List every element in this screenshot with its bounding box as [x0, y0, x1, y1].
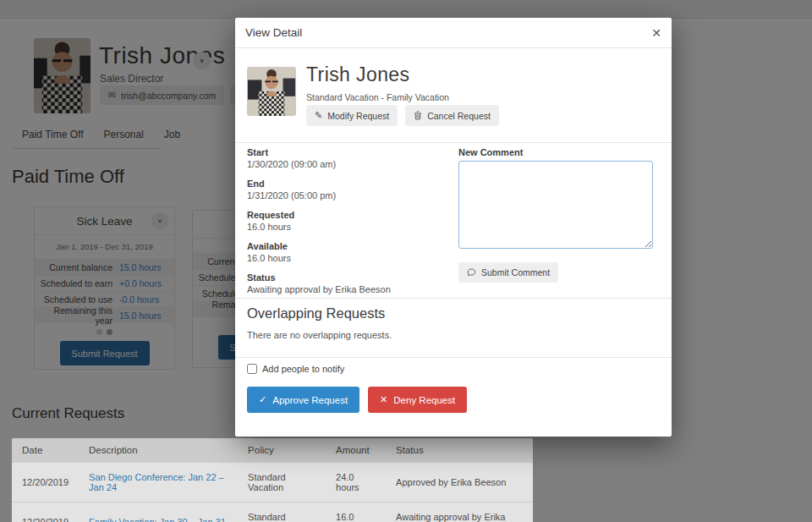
table-row: 12/20/2019 Family Vacation: Jan 30 – Jan…: [12, 503, 533, 522]
col-amount: Amount: [326, 438, 386, 463]
new-comment-label: New Comment: [458, 147, 660, 157]
detail-label: Start: [247, 147, 450, 157]
detail-label: Available: [247, 241, 450, 251]
request-details: Start1/30/2020 (09:00 am) End1/31/2020 (…: [247, 147, 450, 304]
cancel-request-button[interactable]: Cancel Request: [405, 105, 499, 126]
overlapping-requests-title: Overlapping Requests: [247, 305, 385, 321]
add-people-to-notify-label: Add people to notify: [262, 364, 344, 374]
modal-person-subtitle: Standard Vacation - Family Vacation: [306, 92, 449, 102]
detail-label: Status: [247, 272, 450, 283]
cell-date: 12/20/2019: [12, 503, 79, 522]
trash-icon: [414, 111, 422, 120]
table-header-row: Date Description Policy Amount Status: [12, 438, 533, 463]
cell-date: 12/20/2019: [12, 463, 79, 503]
comment-bubble-icon: [467, 268, 476, 277]
col-date: Date: [12, 438, 79, 463]
request-link[interactable]: Family Vacation: Jan 30 – Jan 31: [79, 503, 238, 522]
deny-request-label: Deny Request: [393, 395, 455, 405]
deny-request-button[interactable]: ✕ Deny Request: [368, 387, 467, 413]
add-people-to-notify-checkbox[interactable]: [247, 364, 257, 374]
cell-amount: 24.0 hours: [326, 463, 386, 503]
new-comment-textarea[interactable]: [458, 161, 653, 249]
divider: [235, 142, 672, 143]
modify-request-button[interactable]: ✎ Modify Request: [306, 105, 398, 126]
divider: [235, 357, 672, 358]
detail-label: End: [247, 179, 450, 189]
cell-amount: 16.0 hours: [326, 503, 386, 522]
col-policy: Policy: [238, 438, 326, 463]
overlapping-requests-empty: There are no overlapping requests.: [247, 330, 392, 340]
view-detail-modal: View Detail ✕ Trish Jones Standard Vacat…: [235, 18, 672, 437]
modify-request-label: Modify Request: [327, 111, 389, 121]
detail-value: 1/31/2020 (05:00 pm): [247, 190, 450, 201]
add-people-to-notify-row: Add people to notify: [247, 364, 344, 374]
check-icon: ✓: [259, 394, 266, 405]
submit-comment-label: Submit Comment: [481, 267, 550, 277]
cell-status: Approved by Erika Beeson: [386, 463, 533, 503]
detail-value: 16.0 hours: [247, 222, 450, 232]
approve-request-label: Approve Request: [272, 395, 348, 405]
pencil-icon: ✎: [315, 110, 322, 121]
modal-title: View Detail: [245, 26, 302, 39]
cell-policy: Standard Vacation: [238, 463, 326, 503]
col-status: Status: [386, 438, 533, 463]
request-link[interactable]: San Diego Conference: Jan 22 – Jan 24: [79, 463, 238, 503]
approve-request-button[interactable]: ✓ Approve Request: [247, 387, 359, 413]
detail-value: Awaiting approval by Erika Beeson: [247, 284, 450, 294]
col-description: Description: [79, 438, 238, 463]
detail-value: 1/30/2020 (09:00 am): [247, 159, 450, 169]
cell-policy: Standard Vacation: [238, 503, 326, 522]
table-row: 12/20/2019 San Diego Conference: Jan 22 …: [12, 463, 533, 503]
x-icon: ✕: [380, 394, 387, 405]
modal-avatar: [247, 67, 296, 116]
cancel-request-label: Cancel Request: [427, 111, 491, 121]
detail-value: 16.0 hours: [247, 253, 450, 263]
submit-comment-button[interactable]: Submit Comment: [458, 262, 558, 283]
divider: [235, 298, 672, 299]
detail-label: Requested: [247, 210, 450, 220]
current-requests-table: Date Description Policy Amount Status 12…: [12, 438, 533, 522]
cell-status: Awaiting approval by Erika Beeson: [386, 503, 533, 522]
modal-person-name: Trish Jones: [306, 63, 409, 86]
close-icon[interactable]: ✕: [651, 27, 661, 39]
new-comment-section: New Comment Submit Comment: [458, 147, 660, 283]
